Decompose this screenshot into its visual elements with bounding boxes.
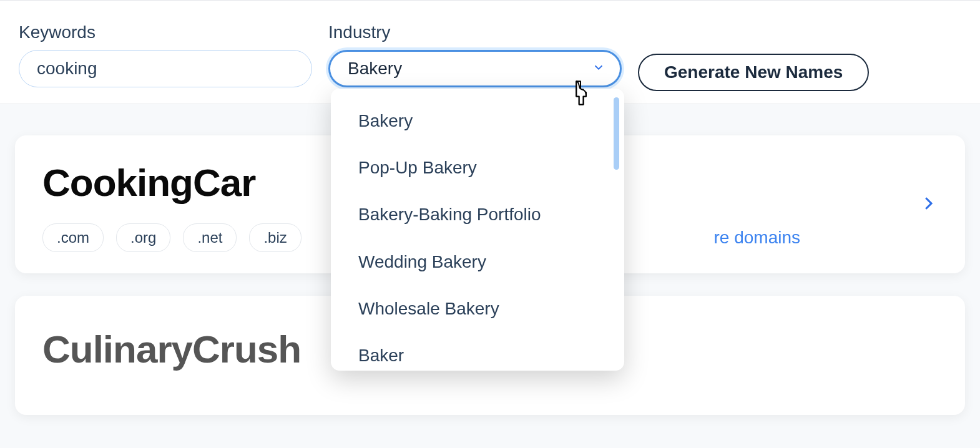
dropdown-option[interactable]: Wholesale Bakery	[331, 285, 614, 332]
dropdown-option[interactable]: Pop-Up Bakery	[331, 144, 614, 191]
domain-pill[interactable]: .biz	[249, 223, 301, 252]
dropdown-scrollbar[interactable]	[614, 97, 619, 170]
generate-button[interactable]: Generate New Names	[638, 54, 869, 91]
dropdown-option[interactable]: Baker	[331, 332, 614, 371]
domain-pill[interactable]: .org	[116, 223, 170, 252]
dropdown-option[interactable]: Bakery	[331, 97, 614, 144]
industry-field-group: Industry	[328, 22, 622, 87]
more-domains-link[interactable]: re domains	[713, 228, 800, 248]
keywords-input[interactable]	[19, 50, 312, 87]
domain-pill[interactable]: .com	[42, 223, 104, 252]
industry-dropdown: Bakery Pop-Up Bakery Bakery-Baking Portf…	[331, 89, 624, 371]
dropdown-option[interactable]: Wedding Bakery	[331, 238, 614, 285]
generate-button-wrap: Generate New Names	[638, 22, 869, 91]
keywords-field-group: Keywords	[19, 22, 312, 87]
dropdown-option[interactable]: Bakery-Baking Portfolio	[331, 191, 614, 238]
domain-pill[interactable]: .net	[183, 223, 237, 252]
industry-combobox[interactable]	[328, 50, 622, 87]
industry-label: Industry	[328, 22, 622, 42]
industry-input[interactable]	[328, 50, 622, 87]
keywords-label: Keywords	[19, 22, 312, 42]
arrow-right-icon[interactable]	[919, 194, 938, 215]
